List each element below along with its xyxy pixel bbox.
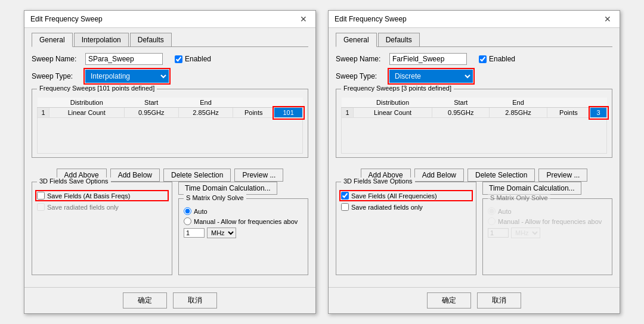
add-below-btn-1[interactable]: Add Below — [110, 169, 160, 182]
freq-sweeps-group-2: Frequency Sweeps [3 points defined] Dist… — [336, 89, 612, 158]
freq-group-title-2: Frequency Sweeps [3 points defined] — [341, 85, 454, 92]
save-fields-checkbox-2[interactable] — [341, 192, 349, 200]
delete-selection-btn-1[interactable]: Delete Selection — [163, 169, 231, 182]
save-fields-label-1: Save Fields (At Basis Freqs) — [47, 192, 130, 200]
dialog-1-titlebar: Edit Frequency Sweep ✕ — [24, 11, 315, 28]
row-points-2[interactable]: 3 — [590, 108, 607, 118]
s-auto-label-1: Auto — [194, 208, 208, 215]
s-freq-input-1[interactable] — [184, 228, 205, 238]
freq-sweeps-group-1: Frequency Sweeps [101 points defined] Di… — [32, 89, 308, 158]
s-auto-row-2: Auto — [488, 207, 607, 215]
add-below-btn-2[interactable]: Add Below — [414, 169, 464, 182]
s-freq-unit-select-1[interactable]: MHz GHz — [207, 228, 236, 238]
time-domain-section-1: Time Domain Calculation... S Matrix Only… — [178, 182, 308, 275]
sweep-name-row-2: Sweep Name: Enabled — [336, 53, 612, 65]
table-row-2-1[interactable]: 1 Linear Count 0.95GHz 2.85GHz Points 3 — [342, 108, 607, 118]
sweep-name-row-1: Sweep Name: Enabled — [32, 53, 308, 65]
save-options-title-1: 3D Fields Save Options — [37, 177, 111, 185]
col-end-1: End — [178, 98, 233, 108]
tab-defaults-2[interactable]: Defaults — [378, 33, 420, 46]
sweep-name-input-2[interactable] — [389, 53, 467, 65]
save-options-1: 3D Fields Save Options Save Fields (At B… — [32, 182, 172, 275]
save-options-title-2: 3D Fields Save Options — [341, 177, 415, 185]
cancel-btn-2[interactable]: 取消 — [477, 292, 521, 309]
row-num-1: 1 — [38, 108, 49, 118]
tab-general-1[interactable]: General — [32, 33, 73, 47]
sweep-type-label-1: Sweep Type: — [32, 72, 85, 80]
col-num-1 — [38, 98, 49, 108]
sweep-type-label-2: Sweep Type: — [336, 72, 389, 80]
save-fields-row-1[interactable]: Save Fields (At Basis Freqs) — [37, 192, 167, 200]
s-freq-input-2 — [488, 228, 509, 238]
dialog-2: Edit Frequency Sweep ✕ General Defaults … — [328, 10, 620, 314]
preview-btn-1[interactable]: Preview ... — [234, 169, 283, 182]
sweep-name-label-2: Sweep Name: — [336, 55, 389, 63]
s-manual-label-2: Manual - Allow for frequencies abov — [498, 218, 602, 225]
preview-btn-2[interactable]: Preview ... — [538, 169, 587, 182]
cancel-btn-1[interactable]: 取消 — [173, 292, 217, 309]
save-radiated-row-2[interactable]: Save radiated fields only — [341, 203, 471, 211]
dialog-1-close-button[interactable]: ✕ — [298, 14, 309, 24]
row-distribution-2: Linear Count — [354, 108, 432, 118]
freq-group-title-1: Frequency Sweeps [101 points defined] — [37, 85, 157, 92]
row-end-2: 2.85GHz — [490, 108, 547, 118]
dialog-2-content: General Defaults Sweep Name: Enabled Swe… — [329, 28, 620, 287]
save-options-2: 3D Fields Save Options Save Fields (All … — [336, 182, 476, 275]
col-points-val-2 — [590, 98, 607, 108]
dialog-2-footer: 确定 取消 — [329, 287, 620, 313]
freq-table-2: Distribution Start End 1 Linear Count 0.… — [341, 98, 607, 154]
col-distribution-2: Distribution — [354, 98, 432, 108]
enabled-checkbox-1[interactable] — [175, 55, 182, 63]
dialog-1-content: General Interpolation Defaults Sweep Nam… — [24, 28, 315, 287]
time-domain-btn-2[interactable]: Time Domain Calculation... — [482, 182, 581, 195]
sweep-type-select-1[interactable]: Interpolating Discrete Fast — [85, 70, 169, 83]
row-label-2: Points — [547, 108, 590, 118]
save-radiated-row-1: Save radiated fields only — [37, 203, 167, 211]
col-start-1: Start — [124, 98, 178, 108]
sweep-name-label-1: Sweep Name: — [32, 55, 85, 63]
table-row-1-1[interactable]: 1 Linear Count 0.95GHz 2.85GHz Points 10… — [38, 108, 303, 118]
tab-interpolation-1[interactable]: Interpolation — [74, 33, 129, 46]
time-domain-btn-1[interactable]: Time Domain Calculation... — [178, 182, 277, 195]
col-points-label-1 — [233, 98, 274, 108]
sweep-name-input-1[interactable] — [85, 53, 163, 65]
s-freq-row-2: MHz GHz — [488, 228, 607, 238]
enabled-checkbox-2[interactable] — [479, 55, 487, 63]
col-start-2: Start — [432, 98, 490, 108]
tab-defaults-1[interactable]: Defaults — [130, 33, 172, 46]
s-matrix-title-1: S Matrix Only Solve — [184, 194, 246, 201]
save-radiated-label-1: Save radiated fields only — [47, 204, 119, 211]
col-end-2: End — [490, 98, 547, 108]
enabled-label-1: Enabled — [175, 55, 211, 63]
save-radiated-checkbox-1 — [37, 203, 45, 211]
row-start-1: 0.95GHz — [124, 108, 178, 118]
dialog-2-title: Edit Frequency Sweep — [335, 15, 407, 23]
s-matrix-box-2: S Matrix Only Solve Auto Manual - Allow … — [482, 198, 612, 275]
ok-btn-2[interactable]: 确定 — [427, 292, 471, 309]
bottom-section-1: 3D Fields Save Options Save Fields (At B… — [32, 182, 308, 275]
s-auto-radio-2 — [488, 207, 496, 215]
save-fields-label-2: Save Fields (All Frequencies) — [351, 192, 437, 200]
bottom-section-2: 3D Fields Save Options Save Fields (All … — [336, 182, 612, 275]
save-fields-checkbox-1[interactable] — [37, 192, 45, 200]
dialog-2-close-button[interactable]: ✕ — [602, 14, 614, 24]
row-points-1[interactable]: 101 — [274, 108, 303, 118]
tab-general-2[interactable]: General — [336, 33, 377, 47]
sweep-type-row-2: Sweep Type: Interpolating Discrete Fast — [336, 70, 612, 83]
dialog-2-tabs: General Defaults — [336, 33, 612, 47]
save-fields-row-2[interactable]: Save Fields (All Frequencies) — [341, 192, 471, 200]
dialog-1-tabs: General Interpolation Defaults — [32, 33, 308, 47]
dialog-1-title: Edit Frequency Sweep — [30, 15, 103, 23]
row-label-1: Points — [233, 108, 274, 118]
delete-selection-btn-2[interactable]: Delete Selection — [467, 169, 535, 182]
sweep-type-select-2[interactable]: Interpolating Discrete Fast — [389, 70, 473, 83]
enabled-label-2: Enabled — [479, 55, 515, 63]
s-auto-row-1[interactable]: Auto — [184, 207, 303, 215]
s-manual-row-1[interactable]: Manual - Allow for frequencies abov — [184, 217, 303, 225]
save-radiated-checkbox-2[interactable] — [341, 203, 349, 211]
s-auto-radio-1[interactable] — [184, 207, 191, 215]
ok-btn-1[interactable]: 确定 — [123, 292, 167, 309]
sweep-type-row-1: Sweep Type: Interpolating Discrete Fast — [32, 70, 308, 83]
s-manual-radio-1[interactable] — [184, 217, 191, 225]
s-freq-row-1: MHz GHz — [184, 228, 303, 238]
